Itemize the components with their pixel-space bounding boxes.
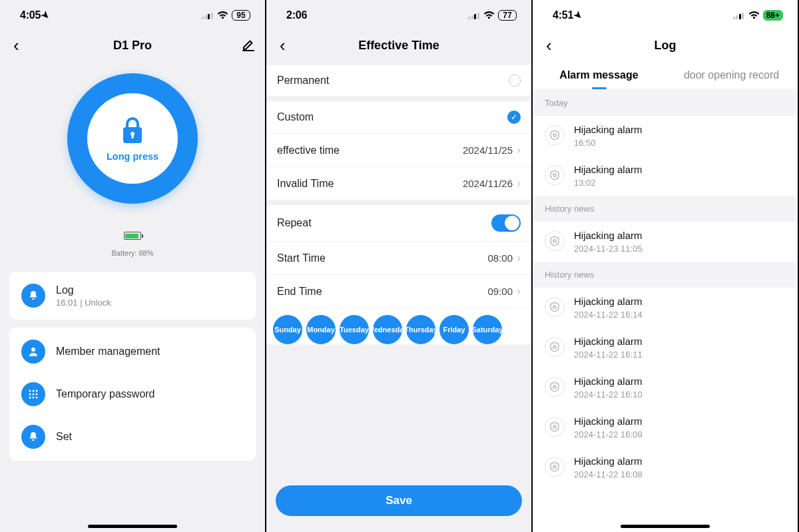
- chevron-right-icon: ›: [517, 284, 521, 298]
- menu-member-label: Member management: [56, 346, 160, 358]
- row-effective-time[interactable]: effective time 2024/11/25 ›: [266, 134, 531, 167]
- log-item-time: 13:02: [574, 178, 643, 188]
- row-start-time[interactable]: Start Time 08:00 ›: [266, 242, 531, 275]
- svg-point-5: [33, 390, 35, 392]
- invalid-time-value-wrap: 2024/11/26 ›: [463, 176, 521, 190]
- chevron-right-icon: ›: [517, 143, 521, 157]
- menu-set[interactable]: Set: [9, 415, 256, 458]
- log-row[interactable]: Hijacking alarm2024-11-22 16:09: [533, 407, 798, 447]
- status-time: 4:05➤: [20, 9, 50, 21]
- bell-icon: [21, 425, 45, 449]
- back-button[interactable]: ‹: [541, 33, 557, 59]
- wifi-icon: [748, 11, 760, 19]
- effective-time-value-wrap: 2024/11/25 ›: [463, 143, 521, 157]
- effective-time-value: 2024/11/25: [463, 144, 513, 156]
- home-indicator: [621, 525, 710, 528]
- day-chip[interactable]: Tuesday: [340, 315, 369, 344]
- svg-point-4: [29, 390, 31, 392]
- svg-point-20: [553, 465, 556, 468]
- day-chip[interactable]: Wednesday: [373, 315, 402, 344]
- log-subtitle: 16:01 | Unlock: [56, 298, 111, 308]
- end-time-value-wrap: 09:00 ›: [487, 284, 521, 298]
- chevron-right-icon: ›: [517, 176, 521, 190]
- back-button[interactable]: ‹: [8, 33, 25, 59]
- day-chip[interactable]: Monday: [306, 315, 336, 344]
- alarm-icon: [545, 457, 565, 477]
- lock-dial-inner: Long press: [87, 93, 178, 184]
- battery-indicator: 88+: [763, 10, 783, 21]
- day-chip[interactable]: Friday: [439, 315, 469, 344]
- log-row[interactable]: Hijacking alarm2024-11-22 16:14: [533, 288, 798, 328]
- wifi-icon: [217, 11, 228, 19]
- status-time-text: 4:51: [553, 9, 573, 21]
- alarm-icon: [545, 377, 565, 397]
- cellular-signal-icon: [468, 11, 480, 19]
- status-time: 2:06: [286, 9, 307, 21]
- svg-point-10: [29, 397, 31, 399]
- svg-point-8: [33, 394, 35, 396]
- log-item-time: 2024-11-22 16:09: [574, 429, 643, 439]
- log-summary-card[interactable]: Log 16:01 | Unlock: [9, 272, 256, 320]
- check-icon: ✓: [507, 111, 521, 124]
- wifi-icon: [483, 11, 495, 19]
- log-list[interactable]: TodayHijacking alarm16:50Hijacking alarm…: [533, 90, 798, 532]
- lock-dial[interactable]: Long press: [67, 73, 198, 204]
- save-button[interactable]: Save: [276, 485, 522, 516]
- status-icons: 77: [468, 10, 517, 21]
- log-item-time: 2024-11-23 11:05: [574, 244, 643, 254]
- menu-set-label: Set: [56, 431, 72, 443]
- menu-temporary-password[interactable]: Temporary password: [9, 373, 256, 415]
- nav-bar: ‹ Log: [533, 31, 798, 60]
- menu-member-management[interactable]: Member management: [9, 330, 256, 373]
- log-row[interactable]: Hijacking alarm2024-11-22 16:11: [533, 328, 798, 368]
- row-repeat: Repeat: [266, 205, 531, 242]
- day-chip[interactable]: Saturday: [473, 315, 502, 344]
- nav-title: Log: [655, 39, 676, 53]
- log-row[interactable]: Hijacking alarm2024-11-22 16:10: [533, 368, 798, 407]
- log-item-time: 2024-11-22 16:14: [574, 310, 643, 320]
- svg-rect-2: [132, 134, 134, 138]
- log-tabs: Alarm message door opening record: [533, 60, 798, 90]
- start-time-value-wrap: 08:00 ›: [487, 251, 521, 265]
- battery-indicator: 77: [498, 10, 517, 21]
- log-row[interactable]: Hijacking alarm2024-11-22 16:08: [533, 447, 798, 487]
- log-item-time: 2024-11-22 16:10: [574, 390, 643, 399]
- day-chip[interactable]: Thursday: [406, 315, 435, 344]
- lock-dial-area: Long press Battery: 88%: [0, 60, 265, 264]
- day-chip[interactable]: Sunday: [273, 315, 302, 344]
- log-row[interactable]: Hijacking alarm2024-11-23 11:05: [533, 222, 798, 262]
- alarm-icon: [545, 337, 565, 357]
- row-end-time[interactable]: End Time 09:00 ›: [266, 275, 531, 308]
- log-section-header: History news: [533, 262, 798, 288]
- repeat-toggle[interactable]: [491, 214, 521, 232]
- custom-group: Custom ✓ effective time 2024/11/25 › Inv…: [266, 101, 531, 200]
- battery-icon: [124, 232, 141, 240]
- nav-bar: ‹ D1 Pro: [0, 31, 265, 60]
- nav-title: D1 Pro: [113, 39, 152, 53]
- home-indicator: [88, 525, 177, 528]
- log-row[interactable]: Hijacking alarm13:02: [533, 156, 798, 196]
- tab-alarm-label: Alarm message: [559, 69, 638, 81]
- tab-alarm-message[interactable]: Alarm message: [533, 60, 665, 89]
- log-item-title: Hijacking alarm: [574, 415, 643, 427]
- end-time-label: End Time: [277, 286, 322, 298]
- start-time-label: Start Time: [277, 252, 326, 264]
- svg-point-11: [33, 397, 35, 399]
- menu-card: Member management Temporary password Set: [9, 328, 256, 461]
- tab-door-opening-record[interactable]: door opening record: [665, 60, 798, 89]
- log-item-title: Hijacking alarm: [574, 230, 643, 241]
- long-press-label: Long press: [107, 151, 158, 162]
- member-icon: [21, 340, 45, 364]
- log-item-time: 2024-11-22 16:11: [574, 350, 643, 360]
- row-invalid-time[interactable]: Invalid Time 2024/11/26 ›: [266, 167, 531, 200]
- back-button[interactable]: ‹: [274, 33, 291, 59]
- option-permanent[interactable]: Permanent: [266, 65, 531, 96]
- option-custom[interactable]: Custom ✓: [266, 101, 531, 134]
- svg-point-16: [553, 306, 556, 308]
- log-summary-row[interactable]: Log 16:01 | Unlock: [9, 274, 256, 317]
- edit-button[interactable]: [241, 38, 256, 53]
- repeat-group: Repeat Start Time 08:00 › End Time 09:00…: [266, 205, 531, 344]
- log-row[interactable]: Hijacking alarm16:50: [533, 116, 798, 156]
- status-icons: 88+: [733, 10, 783, 21]
- screen-log: 4:51➤ 88+ ‹ Log Alarm message door openi…: [533, 0, 799, 532]
